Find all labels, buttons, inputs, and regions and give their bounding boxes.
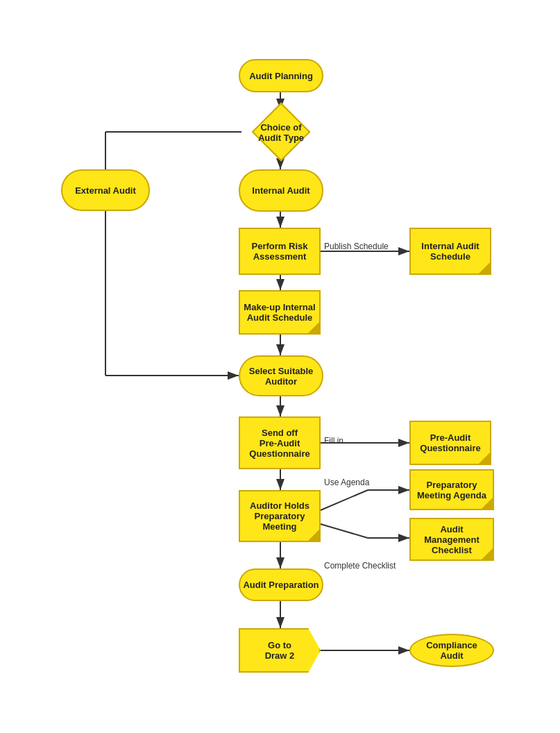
makeup-schedule-node: Make-up InternalAudit Schedule <box>239 290 321 335</box>
fill-in-label: Fill in <box>324 436 343 446</box>
goto-draw2-node: Go toDraw 2 <box>239 628 321 673</box>
makeup-schedule-label: Make-up InternalAudit Schedule <box>244 302 315 323</box>
perform-risk-label: Perform RiskAssessment <box>252 241 308 262</box>
choice-audit-type-label: Choice ofAudit Type <box>241 110 321 155</box>
auditor-meeting-node: Auditor HoldsPreparatoryMeeting <box>239 490 321 542</box>
select-auditor-node: Select SuitableAuditor <box>239 355 323 396</box>
audit-mgmt-label: AuditManagementChecklist <box>424 524 479 555</box>
prep-agenda-label: PreparatoryMeeting Agenda <box>417 480 486 500</box>
external-audit-label: External Audit <box>75 185 136 196</box>
audit-mgmt-node: AuditManagementChecklist <box>409 518 494 561</box>
send-questionnaire-node: Send offPre-AuditQuestionnaire <box>239 416 321 469</box>
internal-audit-schedule-label: Internal AuditSchedule <box>421 241 479 262</box>
complete-checklist-label: Complete Checklist <box>324 561 396 571</box>
internal-audit-label: Internal Audit <box>252 185 309 196</box>
internal-audit-schedule-node: Internal AuditSchedule <box>409 228 491 275</box>
audit-prep-node: Audit Preparation <box>239 568 323 601</box>
external-audit-node: External Audit <box>61 169 150 211</box>
goto-draw2-label: Go toDraw 2 <box>265 640 295 661</box>
compliance-audit-label: ComplianceAudit <box>426 640 477 661</box>
audit-planning-label: Audit Planning <box>249 71 313 81</box>
send-questionnaire-label: Send offPre-AuditQuestionnaire <box>249 428 309 459</box>
perform-risk-node: Perform RiskAssessment <box>239 228 321 275</box>
svg-line-15 <box>321 524 368 538</box>
audit-prep-label: Audit Preparation <box>243 580 319 590</box>
publish-schedule-label: Publish Schedule <box>324 242 389 251</box>
svg-line-13 <box>321 490 368 510</box>
compliance-audit-node: ComplianceAudit <box>409 634 494 667</box>
flowchart: Audit Planning Choice ofAudit Type Exter… <box>0 0 560 733</box>
auditor-meeting-label: Auditor HoldsPreparatoryMeeting <box>250 500 309 532</box>
select-auditor-label: Select SuitableAuditor <box>249 366 313 387</box>
use-agenda-label: Use Agenda <box>324 478 369 487</box>
choice-audit-type-node: Choice ofAudit Type <box>241 110 321 155</box>
audit-planning-node: Audit Planning <box>239 59 323 92</box>
pre-audit-q-label: Pre-AuditQuestionnaire <box>420 432 480 453</box>
prep-agenda-node: PreparatoryMeeting Agenda <box>409 469 494 510</box>
internal-audit-node: Internal Audit <box>239 169 323 212</box>
pre-audit-q-node: Pre-AuditQuestionnaire <box>409 421 491 465</box>
